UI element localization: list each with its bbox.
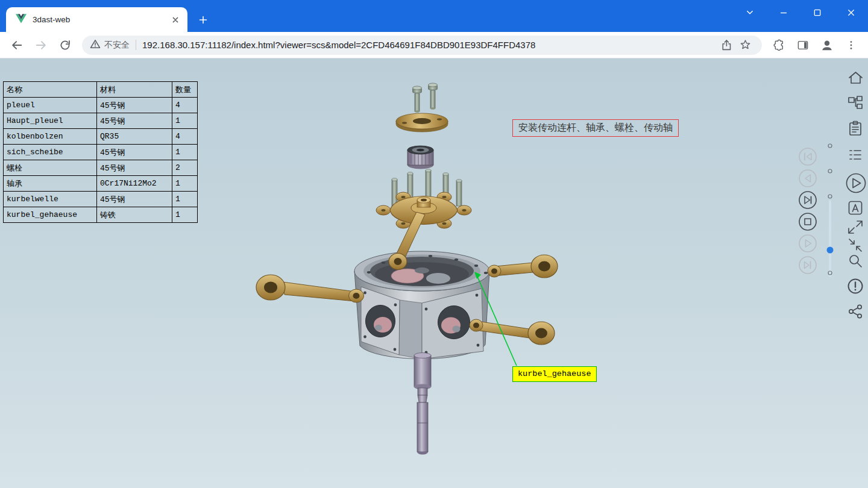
extensions-puzzle-icon[interactable] bbox=[767, 34, 791, 56]
share-page-icon[interactable] bbox=[716, 36, 735, 55]
zoom-icon[interactable] bbox=[850, 255, 861, 267]
maximize-button[interactable] bbox=[800, 0, 834, 25]
tab-title: 3dast-web bbox=[33, 15, 169, 24]
model-upper-right-rod[interactable] bbox=[488, 255, 558, 278]
url-text[interactable]: 192.168.30.157:11182/index.html?viewer=s… bbox=[142, 40, 716, 50]
model-left-rod[interactable] bbox=[256, 275, 364, 302]
step-back-button[interactable] bbox=[799, 170, 816, 187]
structure-tree-icon[interactable] bbox=[849, 96, 862, 108]
side-panel-icon[interactable] bbox=[791, 34, 815, 56]
clipboard-icon[interactable] bbox=[850, 122, 861, 136]
collapse-arrows-icon[interactable] bbox=[849, 239, 861, 251]
play-button[interactable] bbox=[799, 235, 816, 252]
model-crankcase[interactable] bbox=[354, 251, 489, 359]
column-header: 材料 bbox=[97, 82, 172, 98]
side-toolbar bbox=[847, 72, 866, 318]
table-row[interactable]: 轴承0Cr17Ni12Mo21 bbox=[4, 176, 198, 192]
stop-button[interactable] bbox=[799, 213, 816, 230]
tab-close-icon[interactable] bbox=[169, 14, 181, 26]
column-header: 数量 bbox=[172, 82, 198, 98]
expand-arrows-icon[interactable] bbox=[849, 221, 862, 233]
minimize-button[interactable] bbox=[767, 0, 800, 25]
table-row[interactable]: pleuel45号钢4 bbox=[4, 98, 198, 113]
table-row[interactable]: kolbenbolzenQR354 bbox=[4, 129, 198, 145]
not-secure-warning-icon bbox=[89, 38, 101, 52]
model-bearing[interactable] bbox=[407, 146, 433, 169]
table-row[interactable]: sich_scheibe45号钢1 bbox=[4, 145, 198, 160]
model-washer[interactable] bbox=[396, 113, 448, 132]
bookmark-star-icon[interactable] bbox=[735, 36, 755, 55]
address-bar[interactable]: 不安全 192.168.30.157:11182/index.html?view… bbox=[82, 36, 762, 55]
new-tab-button[interactable] bbox=[195, 11, 212, 28]
column-header: 名称 bbox=[4, 82, 97, 98]
skip-to-end-button[interactable] bbox=[799, 257, 816, 274]
table-header-row: 名称 材料 数量 bbox=[4, 82, 198, 98]
annotation-text-icon[interactable] bbox=[849, 202, 862, 214]
table-row[interactable]: kurbel_gehaeuse铸铁1 bbox=[4, 207, 198, 223]
skip-to-start-button[interactable] bbox=[799, 148, 816, 165]
vue-favicon-icon bbox=[16, 14, 27, 26]
omnibox-divider bbox=[136, 40, 136, 50]
forward-button[interactable] bbox=[31, 35, 51, 55]
step-annotation: 安装传动连杆、轴承、螺栓、传动轴 bbox=[512, 119, 679, 137]
model-bolts[interactable] bbox=[413, 83, 438, 113]
progress-slider[interactable] bbox=[827, 144, 834, 276]
close-window-button[interactable] bbox=[834, 0, 868, 25]
share-icon[interactable] bbox=[849, 305, 861, 318]
profile-avatar[interactable] bbox=[815, 34, 839, 56]
back-button[interactable] bbox=[7, 35, 27, 55]
browser-menu-icon[interactable] bbox=[839, 34, 863, 56]
security-label: 不安全 bbox=[104, 40, 130, 51]
bom-table: 名称 材料 数量 pleuel45号钢4 Haupt_pleuel45号钢1 k… bbox=[3, 81, 198, 223]
reload-button[interactable] bbox=[55, 35, 75, 55]
browser-toolbar: 不安全 192.168.30.157:11182/index.html?view… bbox=[0, 32, 868, 58]
warning-icon[interactable] bbox=[849, 280, 863, 293]
table-row[interactable]: Haupt_pleuel45号钢1 bbox=[4, 113, 198, 129]
part-label: kurbel_gehaeuse bbox=[512, 366, 597, 382]
model-crankshaft[interactable] bbox=[414, 353, 431, 455]
browser-titlebar: 3dast-web bbox=[0, 0, 868, 32]
tab-search-chevron-icon[interactable] bbox=[737, 0, 763, 25]
slider-thumb[interactable] bbox=[827, 247, 834, 254]
table-row[interactable]: kurbelwelle45号钢1 bbox=[4, 192, 198, 207]
playback-controls bbox=[799, 148, 816, 274]
model-assembly[interactable] bbox=[256, 83, 558, 455]
browser-tab[interactable]: 3dast-web bbox=[6, 7, 187, 32]
table-row[interactable]: 螺栓45号钢2 bbox=[4, 160, 198, 176]
home-icon[interactable] bbox=[849, 72, 862, 83]
play-step-button[interactable] bbox=[799, 192, 816, 208]
viewer-canvas[interactable]: 名称 材料 数量 pleuel45号钢4 Haupt_pleuel45号钢1 k… bbox=[0, 58, 868, 488]
list-icon[interactable] bbox=[850, 151, 861, 159]
play-animation-icon[interactable] bbox=[847, 174, 866, 193]
model-stud-plate[interactable] bbox=[376, 169, 471, 228]
